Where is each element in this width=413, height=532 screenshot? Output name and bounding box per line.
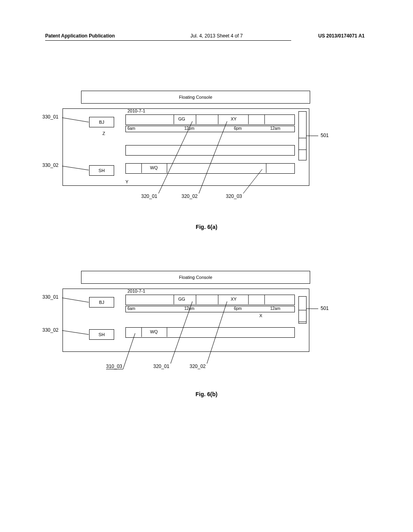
ref-320-03: 320_03 — [226, 193, 242, 199]
sh-row-bar-b: WQ — [125, 327, 295, 338]
header-center: Jul. 4, 2013 Sheet 4 of 7 — [115, 33, 318, 39]
date-label-b: 2010-7-1 — [127, 289, 145, 293]
row-bj-label: BJ — [99, 120, 104, 125]
console-title-b: Floating Console — [179, 275, 213, 280]
console-title-bar-b: Floating Console — [81, 271, 310, 284]
row-bj-label-b: BJ — [99, 300, 104, 305]
tick-6am-b: 6am — [127, 306, 135, 311]
tick-6pm-b: 6pm — [234, 306, 242, 311]
figure-6a: Floating Console BJ Z SH Y 2010-7-1 GG X… — [63, 91, 321, 220]
event-xy: XY — [231, 116, 237, 121]
bj-z-label: Z — [102, 131, 105, 136]
ref-501: 501 — [321, 133, 329, 138]
event-gg: GG — [178, 116, 185, 121]
row-sh-label: SH — [98, 168, 104, 173]
sh-row-bar: WQ — [125, 163, 295, 174]
tick-12pm-b: 12pm — [184, 306, 194, 311]
figure-6b: Floating Console BJ SH 2010-7-1 GG XY 6a… — [63, 271, 321, 396]
date-label: 2010-7-1 — [127, 108, 145, 113]
console-title-bar: Floating Console — [81, 91, 310, 104]
ref-310-03: 310_03 — [106, 364, 122, 369]
ref-330-01: 330_01 — [42, 114, 58, 120]
bj-row-bar-b: GG XY — [125, 295, 295, 305]
row-bj: BJ — [89, 117, 114, 127]
tick-12am-b: 12am — [270, 306, 280, 311]
caption-6b: Fig. 6(b) — [0, 391, 413, 397]
header-rule — [45, 40, 291, 41]
page-header: Patent Application Publication Jul. 4, 2… — [0, 33, 413, 39]
tick-12am: 12am — [270, 126, 280, 131]
tick-6am: 6am — [127, 126, 135, 131]
bj-row-bar: GG XY — [125, 114, 295, 125]
sh-y-label: Y — [125, 179, 128, 184]
tick-12pm: 12pm — [184, 126, 194, 131]
scrollbar-thumb[interactable] — [298, 138, 307, 150]
ref-330-01-b: 330_01 — [42, 294, 58, 300]
row-sh-b: SH — [89, 329, 114, 340]
header-right: US 2013/0174071 A1 — [318, 33, 365, 39]
event-wq-b: WQ — [150, 329, 158, 334]
caption-6a: Fig. 6(a) — [0, 224, 413, 230]
ref-320-01: 320_01 — [141, 193, 157, 199]
time-scale-b: 6am 12pm 6pm 12am — [125, 306, 295, 312]
x-note: X — [259, 313, 262, 318]
header-left: Patent Application Publication — [45, 33, 115, 39]
row-bj-b: BJ — [89, 297, 114, 308]
time-scale: 6am 12pm 6pm 12am — [125, 126, 295, 132]
ref-320-02-b: 320_02 — [190, 364, 206, 369]
event-wq: WQ — [150, 165, 158, 170]
middle-empty-bar — [125, 145, 295, 156]
scrollbar-thumb-b[interactable] — [298, 310, 307, 322]
ref-330-02-b: 330_02 — [42, 327, 58, 333]
event-xy-b: XY — [231, 297, 237, 301]
ref-320-01-b: 320_01 — [153, 364, 169, 369]
main-panel-b: BJ SH 2010-7-1 GG XY 6am 12pm 6pm 12am X… — [63, 289, 309, 352]
main-panel: BJ Z SH Y 2010-7-1 GG XY 6am 12pm 6pm 12… — [63, 108, 309, 186]
scrollbar-track[interactable] — [298, 111, 307, 160]
row-sh-label-b: SH — [98, 332, 104, 337]
ref-501-b: 501 — [321, 305, 329, 311]
row-sh: SH — [89, 165, 114, 176]
ref-320-02: 320_02 — [181, 193, 198, 199]
event-gg-b: GG — [178, 297, 185, 301]
patent-page: Patent Application Publication Jul. 4, 2… — [0, 0, 413, 532]
console-title: Floating Console — [179, 95, 213, 100]
tick-6pm: 6pm — [234, 126, 242, 131]
ref-330-02: 330_02 — [42, 162, 58, 168]
